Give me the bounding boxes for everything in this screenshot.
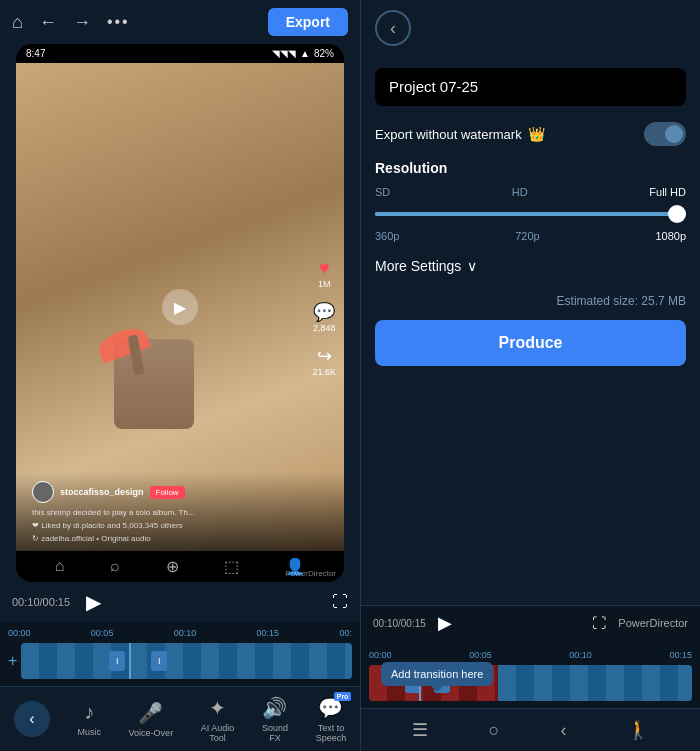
produce-button[interactable]: Produce [375,320,686,366]
playback-time: 00:10/00:15 [12,596,70,608]
right-timeline: Add transition here 00:00 00:05 00:10 00… [361,640,700,708]
ruler-mark-3: 00:15 [257,628,280,638]
watermark-row: Export without watermark 👑 [375,122,686,146]
right-menu-button[interactable]: ☰ [412,719,428,741]
right-ruler-0: 00:00 [369,650,392,660]
comment-icon: 💬 [313,301,336,323]
right-panel: ‹ Project 07-25 Export without watermark… [361,0,700,751]
video-description: this shrimp decided to play a solo album… [24,506,336,519]
right-home-button[interactable]: ○ [489,720,500,741]
watermark-label: Export without watermark [375,127,522,142]
fullscreen-button[interactable]: ⛶ [332,593,348,611]
slider-fill [375,212,686,216]
signal-icon: ◥◥◥ [272,48,296,59]
track-marker-2: I [151,651,167,671]
home-button[interactable]: ⌂ [12,12,23,33]
person-icon: 🚶 [627,720,649,740]
right-bottom-nav: ☰ ○ ‹ 🚶 [361,708,700,751]
wifi-icon: ▲ [300,48,310,59]
estimated-size: Estimated size: 25.7 MB [375,294,686,308]
text-to-speech-tool[interactable]: 💬 Pro Text toSpeech [316,696,347,743]
slider-thumb[interactable] [668,205,686,223]
track-marker-1: I [109,651,125,671]
redo-icon: → [73,12,91,32]
export-button[interactable]: Export [268,8,348,36]
phone-add-icon[interactable]: ⊕ [166,557,179,576]
follow-button[interactable]: Follow [150,486,185,499]
like-count: 1M [318,279,331,289]
right-back-button[interactable]: ‹ [560,720,566,741]
chevron-down-icon: ∨ [467,258,477,274]
phone-home-icon[interactable]: ⌂ [55,557,65,576]
right-ruler-1: 00:05 [469,650,492,660]
transition-tooltip-text: Add transition here [391,668,483,680]
resolution-slider[interactable] [375,204,686,224]
back-icon: ‹ [29,710,34,728]
sound-icon: 🔊 [262,696,287,720]
crown-icon: 👑 [528,126,545,142]
undo-icon: ← [39,12,57,32]
track-playhead [129,643,131,679]
back-tool[interactable]: ‹ [14,701,50,737]
resolution-values: 360p 720p 1080p [375,230,686,242]
tts-label: Text toSpeech [316,723,347,743]
add-track-button[interactable]: + [8,652,17,670]
nav-back-icon: ‹ [560,720,566,740]
right-play-button[interactable]: ▶ [438,612,452,634]
phone-inbox-icon[interactable]: ⬚ [224,557,239,576]
res-sd-label: SD [375,186,390,198]
undo-button[interactable]: ← [39,12,57,33]
circle-home-icon: ○ [489,720,500,740]
project-title: Project 07-25 [389,78,478,95]
back-circle-button[interactable]: ‹ [375,10,411,46]
right-fullscreen-button[interactable]: ⛶ [592,615,606,631]
ruler-mark-4: 00: [339,628,352,638]
ruler-marks: 00:00 00:05 00:10 00:15 00: [8,628,352,638]
back-circle-icon: ‹ [390,18,396,39]
play-button[interactable]: ▶ [86,590,101,614]
battery-indicator: 82% [314,48,334,59]
right-ruler-2: 00:10 [569,650,592,660]
right-playback-bar: 00:10/00:15 ▶ ⛶ PowerDirector [361,605,700,640]
music-icon: ♪ [84,701,94,724]
redo-button[interactable]: → [73,12,91,33]
voiceover-tool[interactable]: 🎤 Voice-Over [129,701,174,738]
like-icon: ♥ [318,258,331,279]
phone-overlay: ♥ 1M 💬 2,848 ↪ 21.6K [312,258,336,377]
timeline-track: + I I [0,640,360,682]
right-segment-blue [498,665,692,701]
ai-icon: ✦ [209,696,226,720]
avatar [32,481,54,503]
transition-tooltip: Add transition here [381,662,493,686]
voiceover-label: Voice-Over [129,728,174,738]
ruler-mark-1: 00:05 [91,628,114,638]
music-tool[interactable]: ♪ Music [77,701,101,737]
res-fullhd-label: Full HD [649,186,686,198]
left-toolbar: ⌂ ← → ••• Export [0,0,360,44]
ai-audio-tool[interactable]: ✦ AI AudioTool [201,696,235,743]
back-button[interactable]: ‹ [14,701,50,737]
comment-count: 2,848 [313,323,336,333]
phone-search-icon[interactable]: ⌕ [110,557,120,576]
watermark-toggle[interactable] [644,122,686,146]
res-720p: 720p [515,230,539,242]
home-icon: ⌂ [12,12,23,32]
track-segment [21,643,352,679]
share-icon: ↪ [312,345,336,367]
liked-by: ❤ Liked by di.placito and 5,003,345 othe… [24,519,336,532]
more-options-icon: ••• [107,13,130,31]
ruler-mark-2: 00:10 [174,628,197,638]
bottom-toolbar: ‹ ♪ Music 🎤 Voice-Over ✦ AI AudioTool 🔊 … [0,686,360,751]
resolution-title: Resolution [375,160,686,176]
ai-audio-label: AI AudioTool [201,723,235,743]
playback-bar: 00:10/00:15 ▶ ⛶ [0,582,360,622]
export-panel: ‹ Project 07-25 Export without watermark… [361,0,700,605]
more-settings-label: More Settings [375,258,461,274]
right-person-button[interactable]: 🚶 [627,719,649,741]
timeline-section: 00:00 00:05 00:10 00:15 00: + I I [0,622,360,686]
phone-info-bar: stoccafisso_design Follow [24,478,336,506]
ruler-mark-0: 00:00 [8,628,31,638]
left-panel: ⌂ ← → ••• Export 8:47 ◥◥◥ ▲ 82% [0,0,360,751]
sound-fx-tool[interactable]: 🔊 SoundFX [262,696,288,743]
more-settings-row[interactable]: More Settings ∨ [375,258,686,274]
